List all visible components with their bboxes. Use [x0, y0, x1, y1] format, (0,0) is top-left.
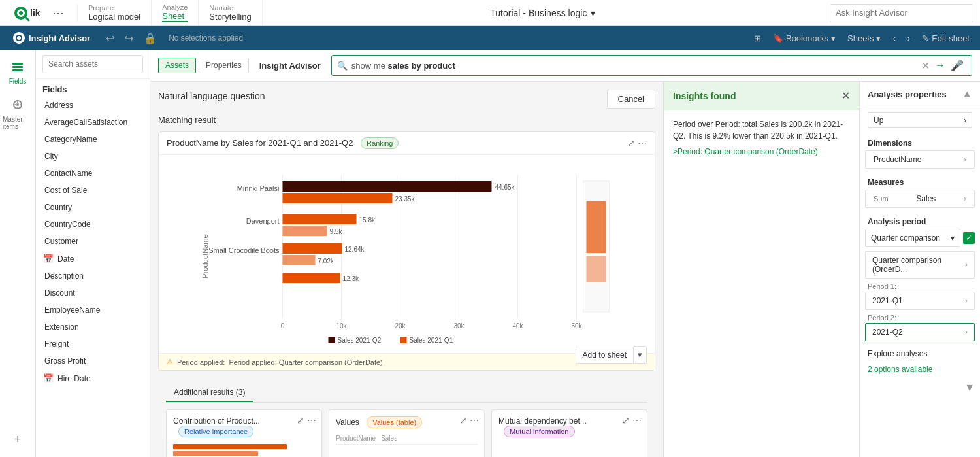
explore-link[interactable]: 2 options available	[860, 360, 980, 379]
add-icon: +	[14, 433, 22, 447]
period1-value: 2021-Q1	[872, 296, 903, 305]
clear-search-button[interactable]: ✕	[919, 58, 932, 73]
svg-rect-24	[283, 181, 492, 192]
field-item-country[interactable]: Country	[36, 199, 150, 216]
period1-selector[interactable]: 2021-Q1 ›	[865, 292, 975, 310]
field-item-freight[interactable]: Freight	[36, 335, 150, 352]
field-item-address[interactable]: Address	[36, 97, 150, 114]
additional-results-tab[interactable]: Additional results (3)	[166, 384, 253, 402]
insight-icon	[13, 32, 25, 44]
insight-advisor-button[interactable]: Insight Advisor	[7, 29, 97, 46]
expand-values-button[interactable]: ⤢	[459, 415, 467, 426]
insight-panel: Insights found ✕ Period over Period: tot…	[663, 82, 859, 457]
svg-text:ProductName: ProductName	[201, 234, 209, 278]
bookmarks-button[interactable]: 🔖 Bookmarks ▾	[769, 31, 840, 45]
grid-view-button[interactable]: ⊞	[750, 31, 765, 45]
period2-selector[interactable]: 2021-Q2 ›	[865, 323, 975, 341]
next-sheet-button[interactable]: ›	[904, 31, 914, 45]
fields-search-input[interactable]	[42, 55, 143, 73]
small-card-contribution: Contribution of Product... Relative impo…	[166, 409, 322, 457]
period-checkbox[interactable]: ✓	[963, 232, 975, 244]
svg-text:Minnki Päälsi: Minnki Päälsi	[237, 184, 280, 192]
quarter-comparison-sub[interactable]: Quarter comparison (OrderD... ›	[865, 251, 975, 279]
measures-label: Measures	[860, 173, 980, 190]
selections-back-tool[interactable]: ↩	[102, 29, 118, 47]
second-navigation: Insight Advisor ↩ ↪ 🔒 No selections appl…	[0, 26, 980, 50]
field-item-extension[interactable]: Extension	[36, 318, 150, 335]
values-columns: ProductName Sales	[336, 432, 478, 445]
expand-contrib-button[interactable]: ⤢	[297, 415, 304, 426]
small-card-contribution-body: 600k 150.00%	[173, 441, 315, 457]
relative-importance-badge: Relative importance	[178, 426, 253, 437]
field-item-discount[interactable]: Discount	[36, 284, 150, 301]
search-prefix: show me	[351, 61, 388, 71]
field-item-hiredate[interactable]: 📅 Hire Date	[36, 369, 150, 387]
nav-dots-icon[interactable]: ⋯	[47, 6, 69, 20]
add-to-sheet-button[interactable]: Add to sheet	[576, 347, 634, 364]
assets-tab[interactable]: Assets	[158, 58, 196, 73]
svg-text:20k: 20k	[395, 322, 406, 330]
sidebar-item-fields[interactable]: Fields	[0, 55, 35, 90]
field-item-date[interactable]: 📅 Date	[36, 250, 150, 267]
field-item-avgcall[interactable]: AverageCallSatisfaction	[36, 114, 150, 131]
chart-badge: Ranking	[361, 137, 399, 149]
svg-rect-7	[12, 63, 23, 65]
menu-mutual-button[interactable]: ⋯	[632, 415, 642, 426]
dimension-product-name[interactable]: ProductName ›	[865, 150, 975, 169]
insight-link[interactable]: >Period: Quarter comparison (OrderDate)	[673, 147, 850, 156]
chart-title: ProductName by Sales for 2021-Q1 and 202…	[167, 138, 353, 148]
quarter-comparison-dropdown[interactable]: Quarter comparison ▾	[865, 229, 960, 247]
menu-contrib-button[interactable]: ⋯	[307, 415, 316, 426]
up-selector[interactable]: Up ›	[868, 112, 972, 128]
menu-values-button[interactable]: ⋯	[470, 415, 479, 426]
cancel-button[interactable]: Cancel	[607, 90, 655, 109]
analyze-section[interactable]: Analyze Sheet	[152, 0, 199, 25]
small-card-values: Values Values (table) ProductName Sales	[329, 409, 485, 457]
ia-search-container[interactable]: 🔍 show me sales by product ✕ → 🎤	[331, 55, 972, 76]
svg-line-3	[25, 17, 29, 20]
analyze-value: Sheet	[162, 11, 188, 22]
hiredate-calendar-icon: 📅	[43, 373, 54, 383]
field-item-customer[interactable]: Customer	[36, 233, 150, 250]
analysis-period-row: Quarter comparison ▾ ✓	[865, 229, 975, 247]
field-item-contact[interactable]: ContactName	[36, 165, 150, 182]
expand-chart-button[interactable]: ⤢	[627, 138, 635, 148]
go-search-button[interactable]: →	[932, 58, 948, 73]
sidebar-item-add[interactable]: +	[12, 428, 24, 452]
sidebar-item-master[interactable]: Master items	[0, 93, 35, 135]
field-item-countrycode[interactable]: CountryCode	[36, 216, 150, 233]
field-item-city[interactable]: City	[36, 148, 150, 165]
properties-tab[interactable]: Properties	[199, 58, 249, 73]
field-item-costofsale[interactable]: Cost of Sale	[36, 182, 150, 199]
mic-button[interactable]: 🎤	[948, 58, 966, 73]
narrate-section[interactable]: Narrate Storytelling	[199, 0, 262, 25]
edit-sheet-button[interactable]: ✎ Edit sheet	[918, 31, 973, 45]
chart-menu-button[interactable]: ⋯	[638, 138, 647, 148]
selections-clear-tool[interactable]: 🔒	[140, 29, 161, 47]
ask-insight-input[interactable]	[830, 4, 973, 22]
svg-rect-34	[283, 243, 342, 254]
period-info-icon: ⚠	[167, 358, 173, 366]
insight-close-button[interactable]: ✕	[841, 90, 850, 102]
field-item-category[interactable]: CategoryName	[36, 131, 150, 148]
sheets-button[interactable]: Sheets ▾	[843, 31, 885, 45]
values-table-badge: Values (table)	[367, 416, 422, 428]
second-nav-tools: ↩ ↪ 🔒 No selections applied	[102, 29, 745, 47]
measure-row[interactable]: Sum Sales ›	[865, 190, 975, 208]
field-item-description[interactable]: Description	[36, 267, 150, 284]
prepare-section[interactable]: Prepare Logical model	[78, 0, 152, 25]
svg-point-2	[19, 11, 23, 15]
selections-forward-tool[interactable]: ↪	[121, 29, 137, 47]
fields-title: Fields	[36, 79, 150, 97]
field-item-employeename[interactable]: EmployeeName	[36, 301, 150, 318]
left-sidebar: Fields Master items +	[0, 50, 36, 457]
analyze-label: Analyze	[162, 3, 188, 11]
app-title[interactable]: Tutorial - Business logic ▾	[490, 8, 595, 18]
field-item-grossprofit[interactable]: Gross Profit	[36, 352, 150, 369]
period-check-icon: ✓	[966, 233, 972, 243]
add-to-sheet-dropdown[interactable]: ▾	[634, 346, 647, 364]
prev-sheet-button[interactable]: ‹	[889, 31, 899, 45]
analysis-period-label: Analysis period	[860, 212, 980, 229]
expand-mutual-button[interactable]: ⤢	[622, 415, 630, 426]
svg-text:0: 0	[281, 322, 285, 330]
